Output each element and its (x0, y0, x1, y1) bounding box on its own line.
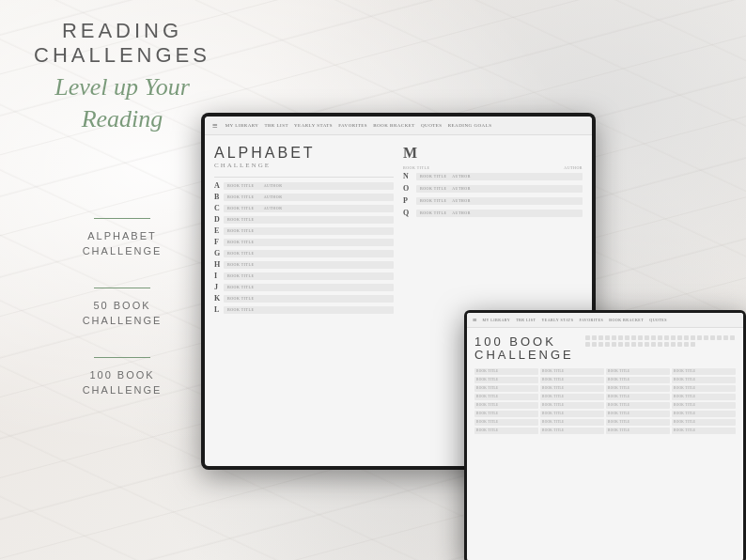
book-cell: BOOK TITLE (606, 394, 670, 400)
dot (612, 335, 616, 340)
dot (671, 335, 676, 340)
book-cell: BOOK TITLE (474, 402, 538, 409)
dot (645, 342, 649, 347)
row-o: O BOOK TITLE AUTHOR (403, 184, 583, 193)
dot (684, 342, 689, 347)
dot (585, 342, 590, 347)
book-cell: BOOK TITLE (606, 428, 670, 434)
book-cell: BOOK TITLE (540, 368, 604, 375)
book-cell: BOOK TITLE (540, 428, 604, 434)
book-cell: BOOK TITLE (540, 394, 604, 400)
book-cell: BOOK TITLE (474, 377, 538, 383)
book-cell: BOOK TITLE (672, 368, 736, 375)
nav-reading-goals[interactable]: READING GOALS (448, 123, 492, 128)
dot (697, 335, 702, 340)
book-cell: BOOK TITLE (606, 377, 670, 383)
book-cell: BOOK TITLE (672, 411, 736, 417)
book-cell: BOOK TITLE (540, 411, 604, 417)
alphabet-page-title: ALPHABET (214, 145, 394, 162)
row-i: I BOOK TITLE (214, 272, 394, 280)
nav-my-library[interactable]: MY LIBRARY (225, 123, 259, 128)
nav-front-tbr[interactable]: TBR LIST (516, 318, 536, 322)
challenge-label-alphabet: ALPHABETCHALLENGE (83, 228, 163, 259)
dot (618, 342, 623, 347)
dot (691, 342, 695, 347)
nav-front-quotes[interactable]: QUOTES (649, 318, 667, 322)
alphabet-left: ALPHABET CHALLENGE A BOOK TITLE AUTHOR B (214, 145, 394, 457)
row-f: F BOOK TITLE (214, 238, 394, 246)
dot (717, 335, 722, 340)
dot (598, 335, 603, 340)
title-divider (214, 177, 394, 178)
dot (625, 335, 629, 340)
nav-items-front: MY LIBRARY TBR LIST YEARLY STATS FAVORIT… (483, 318, 668, 322)
divider-3 (94, 357, 150, 358)
nav-front-fav[interactable]: FAVORITES (580, 318, 604, 322)
book-cell: BOOK TITLE (672, 394, 736, 400)
book-cell: BOOK TITLE (474, 411, 538, 417)
book-cell: BOOK TITLE (606, 419, 670, 426)
dot (710, 335, 715, 340)
nav-front-library[interactable]: MY LIBRARY (483, 318, 511, 322)
dot (618, 335, 623, 340)
row-j: J BOOK TITLE (214, 283, 394, 291)
challenge-item-50[interactable]: 50 BOOKCHALLENGE (83, 288, 163, 329)
nav-book-bracket[interactable]: BOOK BRACKET (373, 123, 415, 128)
book-cell: BOOK TITLE (474, 394, 538, 400)
book-cell: BOOK TITLE (672, 385, 736, 392)
progress-dots (585, 335, 736, 347)
main-title: READING CHALLENGES Level up Your Reading (28, 19, 216, 135)
devices-panel: ≡ MY LIBRARY TBR LIST YEARLY STATS FAVOR… (201, 113, 746, 560)
book100-content: 100 BOOK CHALLENGE (467, 328, 743, 560)
nav-front-stats[interactable]: YEARLY STATS (541, 318, 573, 322)
dot (638, 342, 643, 347)
book-cell: BOOK TITLE (606, 402, 670, 409)
device-front: ≡ MY LIBRARY TBR LIST YEARLY STATS FAVOR… (464, 310, 746, 560)
nav-quotes[interactable]: QUOTES (421, 123, 443, 128)
book100-title-line2: CHALLENGE (474, 349, 574, 362)
book-cell: BOOK TITLE (540, 402, 604, 409)
nav-tbr-list[interactable]: TBR LIST (264, 123, 288, 128)
letter-m-large: M (403, 145, 583, 162)
nav-yearly-stats[interactable]: YEARLY STATS (294, 123, 333, 128)
title-line2: Level up Your Reading (28, 71, 216, 135)
dot (677, 342, 682, 347)
challenge-item-100[interactable]: 100 BOOKCHALLENGE (83, 357, 163, 398)
book-cell: BOOK TITLE (672, 419, 736, 426)
hamburger-icon-small[interactable]: ≡ (473, 316, 477, 324)
dot (638, 335, 643, 340)
book-cell: BOOK TITLE (672, 428, 736, 434)
row-l: L BOOK TITLE (214, 305, 394, 314)
dot (651, 335, 656, 340)
dot (612, 342, 616, 347)
book-cell: BOOK TITLE (540, 377, 604, 383)
dot (691, 335, 695, 340)
nav-front-bracket[interactable]: BOOK BRACKET (609, 318, 644, 322)
dot (605, 342, 610, 347)
row-a: A BOOK TITLE AUTHOR (214, 181, 394, 190)
dot (592, 335, 597, 340)
book-grid: BOOK TITLE BOOK TITLE BOOK TITLE BOOK TI… (474, 368, 736, 434)
alphabet-page-subtitle: CHALLENGE (214, 162, 394, 169)
book-cell: BOOK TITLE (540, 385, 604, 392)
book-cell: BOOK TITLE (672, 402, 736, 409)
nav-favorites[interactable]: FAVORITES (338, 123, 367, 128)
row-e: E BOOK TITLE (214, 226, 394, 235)
book-cell: BOOK TITLE (474, 428, 538, 434)
book-cell: BOOK TITLE (540, 419, 604, 426)
challenge-label-50: 50 BOOKCHALLENGE (83, 298, 163, 329)
book-cell: BOOK TITLE (606, 411, 670, 417)
row-b: B BOOK TITLE AUTHOR (214, 193, 394, 201)
row-g: G BOOK TITLE (214, 249, 394, 257)
challenge-item-alphabet[interactable]: ALPHABETCHALLENGE (83, 218, 163, 259)
row-n: N BOOK TITLE AUTHOR (403, 172, 583, 180)
device-front-screen: ≡ MY LIBRARY TBR LIST YEARLY STATS FAVOR… (467, 313, 743, 560)
book-cell: BOOK TITLE (474, 385, 538, 392)
nav-bar-back: ≡ MY LIBRARY TBR LIST YEARLY STATS FAVOR… (205, 117, 592, 135)
dot (585, 335, 590, 340)
divider-2 (94, 288, 150, 288)
book-cell: BOOK TITLE (474, 419, 538, 426)
book100-title-line1: 100 BOOK (474, 335, 574, 349)
hamburger-icon[interactable]: ≡ (212, 120, 218, 131)
dot (664, 342, 669, 347)
